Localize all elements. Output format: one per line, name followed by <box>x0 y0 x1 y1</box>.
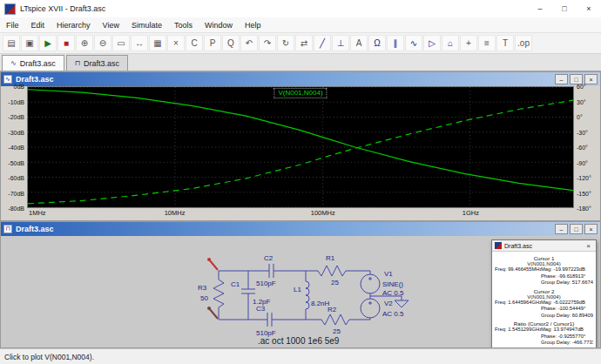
cursor-dialog-titlebar[interactable]: Draft3.asc × <box>492 240 596 252</box>
zoom-full-icon[interactable]: ▭ <box>112 35 130 51</box>
label-R2[interactable]: R2 <box>328 306 337 313</box>
capacitor-icon[interactable]: ∥ <box>387 35 404 51</box>
text-icon[interactable]: T <box>496 35 514 51</box>
component-C1[interactable] <box>241 271 255 320</box>
label-C3[interactable]: C3 <box>256 305 266 313</box>
redo-icon[interactable]: ↷ <box>259 35 276 51</box>
component-C3[interactable] <box>267 313 272 327</box>
cursor1-phase: Phase: -99.618913° <box>541 273 593 280</box>
wire[interactable] <box>219 271 370 320</box>
copy-icon[interactable]: C <box>186 35 203 51</box>
cut-icon[interactable]: × <box>167 35 185 51</box>
menu-edit[interactable]: Edit <box>25 17 51 32</box>
child-close-button[interactable]: × <box>584 74 598 84</box>
component-icon[interactable]: ⌂ <box>442 35 459 51</box>
rotate-icon[interactable]: ↻ <box>277 35 294 51</box>
undo-icon[interactable]: ↶ <box>240 35 258 51</box>
menu-window[interactable]: Window <box>199 17 239 32</box>
maximize-button[interactable]: □ <box>552 0 577 17</box>
child-minimize-button[interactable]: – <box>555 224 568 234</box>
drag-icon[interactable]: ≡ <box>478 35 496 51</box>
schematic-window-icon: ⊓ <box>3 225 12 233</box>
component-R3[interactable] <box>213 271 224 320</box>
child-minimize-button[interactable]: – <box>555 74 568 84</box>
value2-V1[interactable]: AC 0.5 <box>382 289 404 297</box>
menu-simulate[interactable]: Simulate <box>125 17 168 32</box>
close-button[interactable]: × <box>577 0 601 17</box>
move-icon[interactable]: + <box>460 35 477 51</box>
cursor1-header: Cursor 1 <box>495 255 593 261</box>
label-V1[interactable]: V1 <box>384 270 393 278</box>
right-axis-label: -60° <box>577 145 588 151</box>
save-icon[interactable]: ▣ <box>21 35 38 51</box>
waveform-window-titlebar[interactable]: ∿ Draft3.asc – □ × <box>1 72 600 86</box>
mirror-icon[interactable]: ⇄ <box>295 35 313 51</box>
pan-icon[interactable]: ↔ <box>131 35 148 51</box>
left-axis-label: -60dB <box>8 175 24 181</box>
cursor2-phase: Phase: -100.54449° <box>541 306 593 313</box>
plot-area[interactable]: V(N001,N004) <box>27 86 574 208</box>
label-R3[interactable]: R3 <box>198 284 207 292</box>
x-axis[interactable]: 1MHz 10MHz 100MHz 1GHz <box>27 208 574 220</box>
resistor-icon[interactable]: Ω <box>368 35 386 51</box>
menu-tools[interactable]: Tools <box>168 17 199 32</box>
component-C2[interactable] <box>269 264 273 278</box>
label-L1[interactable]: L1 <box>294 286 301 293</box>
label-C2[interactable]: C2 <box>264 254 273 262</box>
component-V2[interactable] <box>361 299 380 320</box>
child-close-button[interactable]: × <box>584 224 598 234</box>
diode-icon[interactable]: ▷ <box>423 35 441 51</box>
component-L1[interactable] <box>306 271 309 320</box>
ltspice-window: LTspice XVII - Draft3.asc – □ × File Edi… <box>0 0 601 364</box>
component-V1[interactable] <box>361 271 380 293</box>
ratio-header: Ratio (Cursor2 / Cursor1) <box>495 320 593 327</box>
schematic-canvas[interactable]: R3 50 C1 1.2pF C2 510pF C3 510pF L1 8.2n… <box>1 236 600 347</box>
minimize-button[interactable]: – <box>528 0 552 17</box>
grid-icon[interactable]: ▦ <box>149 35 166 51</box>
wire-icon[interactable]: ╱ <box>314 35 331 51</box>
schematic-window-titlebar[interactable]: ⊓ Draft3.asc – □ × <box>1 222 600 236</box>
component-R2[interactable] <box>321 314 349 325</box>
probe-icon-1[interactable] <box>207 258 218 270</box>
inductor-icon[interactable]: ∿ <box>405 35 422 51</box>
value-R2[interactable]: 25 <box>333 327 341 335</box>
spice-directive-text[interactable]: .ac oct 1000 1e6 5e9 <box>258 336 340 346</box>
ground-icon[interactable]: ⊥ <box>332 35 349 51</box>
paste-icon[interactable]: P <box>204 35 221 51</box>
probe-icon-2[interactable] <box>207 307 218 319</box>
child-restore-button[interactable]: □ <box>570 224 583 234</box>
value-V2[interactable]: AC 0.5 <box>382 310 404 318</box>
waveform-tab-icon: ∿ <box>10 59 17 67</box>
cursor2-header: Cursor 2 <box>495 288 593 294</box>
left-axis-label: -10dB <box>8 98 24 104</box>
left-axis[interactable]: 0dB -10dB -20dB -30dB -40dB -50dB -60dB … <box>1 86 27 208</box>
value-V1[interactable]: SINE() <box>382 280 403 288</box>
trace-label[interactable]: V(N001,N004) <box>273 88 327 98</box>
label-R1[interactable]: R1 <box>326 254 335 262</box>
find-icon[interactable]: Q <box>222 35 240 51</box>
menu-help[interactable]: Help <box>239 17 267 32</box>
menu-file[interactable]: File <box>0 17 25 32</box>
toolbar: ▤ ▣ ▶ ■ ⊕ ⊖ ▭ ↔ ▦ × C P Q ↶ ↷ ↻ ⇄ ╱ ⊥ A … <box>0 33 601 54</box>
spice-directive-icon[interactable]: .op <box>515 35 532 51</box>
value-R3[interactable]: 50 <box>200 294 208 302</box>
zoom-in-icon[interactable]: ⊕ <box>76 35 93 51</box>
menu-view[interactable]: View <box>97 17 125 32</box>
menu-hierarchy[interactable]: Hierarchy <box>51 17 97 32</box>
open-icon[interactable]: ▤ <box>3 35 20 51</box>
label-V2[interactable]: V2 <box>384 300 393 307</box>
run-icon[interactable]: ▶ <box>39 35 57 51</box>
value-R1[interactable]: 25 <box>331 279 339 286</box>
halt-icon[interactable]: ■ <box>57 35 75 51</box>
right-axis[interactable]: 60° 30° 0° -30° -60° -90° -120° -150° -1… <box>574 86 600 208</box>
wires[interactable] <box>219 271 370 320</box>
value-C2[interactable]: 510pF <box>256 280 276 287</box>
cursor-dialog-icon <box>495 242 502 249</box>
label-C1[interactable]: C1 <box>231 280 240 288</box>
component-R1[interactable] <box>318 266 346 276</box>
tab-waveform[interactable]: ∿ Draft3.asc <box>2 55 64 71</box>
label-icon[interactable]: A <box>350 35 368 51</box>
zoom-out-icon[interactable]: ⊖ <box>94 35 111 51</box>
tab-schematic[interactable]: ⊓ Draft3.asc <box>66 55 128 71</box>
cursor-dialog-close-icon[interactable]: × <box>584 241 593 251</box>
